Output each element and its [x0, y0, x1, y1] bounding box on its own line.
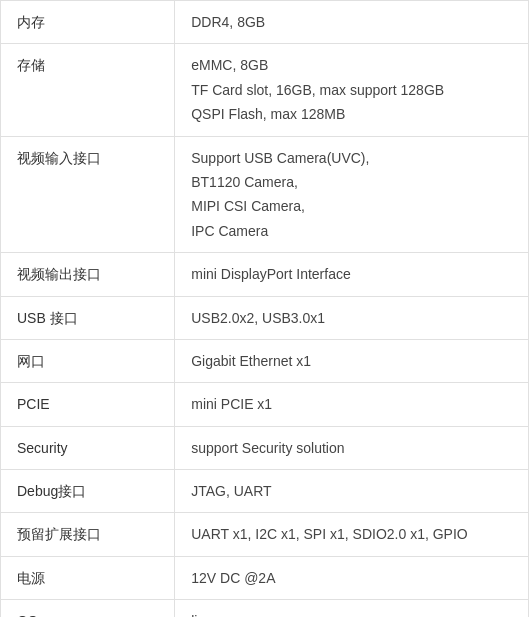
table-row: 网口Gigabit Ethernet x1: [1, 339, 529, 382]
spec-label: 电源: [1, 556, 175, 599]
table-row: PCIEmini PCIE x1: [1, 383, 529, 426]
spec-value-item: eMMC, 8GB: [191, 54, 512, 76]
spec-label: 存储: [1, 44, 175, 136]
spec-label: 视频输入接口: [1, 136, 175, 253]
spec-value: JTAG, UART: [175, 470, 529, 513]
spec-value: UART x1, I2C x1, SPI x1, SDIO2.0 x1, GPI…: [175, 513, 529, 556]
spec-label: 视频输出接口: [1, 253, 175, 296]
table-row: OSlinux: [1, 600, 529, 617]
table-row: 预留扩展接口UART x1, I2C x1, SPI x1, SDIO2.0 x…: [1, 513, 529, 556]
spec-value: support Security solution: [175, 426, 529, 469]
spec-label: PCIE: [1, 383, 175, 426]
spec-label: 内存: [1, 1, 175, 44]
table-row: 视频输入接口Support USB Camera(UVC),BT1120 Cam…: [1, 136, 529, 253]
spec-label: Security: [1, 426, 175, 469]
table-row: Securitysupport Security solution: [1, 426, 529, 469]
table-row: Debug接口JTAG, UART: [1, 470, 529, 513]
spec-value: Support USB Camera(UVC),BT1120 Camera,MI…: [175, 136, 529, 253]
spec-value-item: TF Card slot, 16GB, max support 128GB: [191, 79, 512, 101]
spec-value: linux: [175, 600, 529, 617]
spec-value-item: Support USB Camera(UVC),: [191, 147, 512, 169]
spec-value-item: BT1120 Camera,: [191, 171, 512, 193]
spec-value: USB2.0x2, USB3.0x1: [175, 296, 529, 339]
spec-value: 12V DC @2A: [175, 556, 529, 599]
table-row: 电源12V DC @2A: [1, 556, 529, 599]
spec-value: mini PCIE x1: [175, 383, 529, 426]
spec-value: Gigabit Ethernet x1: [175, 339, 529, 382]
table-row: 存储eMMC, 8GBTF Card slot, 16GB, max suppo…: [1, 44, 529, 136]
spec-value: eMMC, 8GBTF Card slot, 16GB, max support…: [175, 44, 529, 136]
spec-label: OS: [1, 600, 175, 617]
spec-value-item: MIPI CSI Camera,: [191, 195, 512, 217]
table-row: 内存DDR4, 8GB: [1, 1, 529, 44]
spec-label: 预留扩展接口: [1, 513, 175, 556]
spec-value: DDR4, 8GB: [175, 1, 529, 44]
spec-label: Debug接口: [1, 470, 175, 513]
spec-value-item: IPC Camera: [191, 220, 512, 242]
spec-value: mini DisplayPort Interface: [175, 253, 529, 296]
spec-label: 网口: [1, 339, 175, 382]
table-row: 视频输出接口mini DisplayPort Interface: [1, 253, 529, 296]
spec-value-item: QSPI Flash, max 128MB: [191, 103, 512, 125]
table-row: USB 接口USB2.0x2, USB3.0x1: [1, 296, 529, 339]
specs-table: 内存DDR4, 8GB存储eMMC, 8GBTF Card slot, 16GB…: [0, 0, 529, 617]
spec-label: USB 接口: [1, 296, 175, 339]
